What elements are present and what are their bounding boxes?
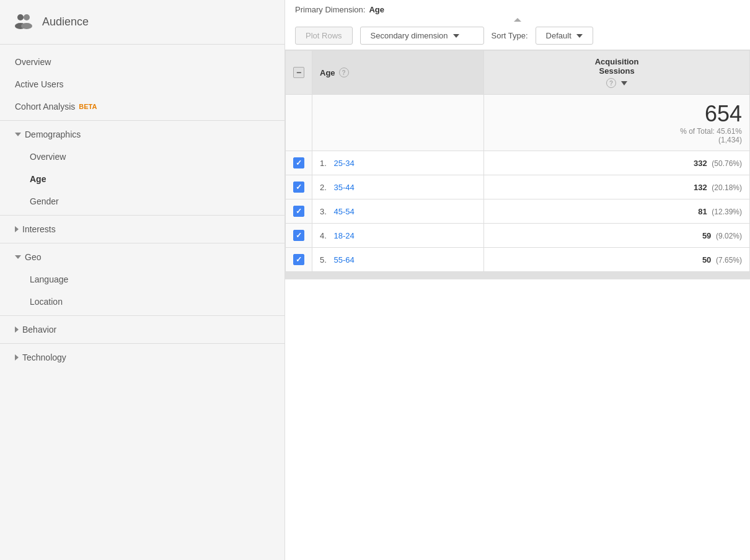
divider (0, 243, 285, 243)
pct-value: 45.61% (717, 127, 742, 136)
row4-age-cell: 4. 18-24 (312, 224, 484, 248)
minus-button[interactable]: − (293, 67, 304, 78)
checkbox-icon[interactable] (293, 182, 304, 193)
caret-up-icon (514, 18, 521, 22)
row-number: 3. (320, 207, 327, 216)
sidebar-item-label: Location (30, 297, 63, 307)
dropdown-arrow-icon (453, 34, 459, 38)
sidebar-item-active-users[interactable]: Active Users (0, 73, 285, 95)
row2-age-link[interactable]: 35-44 (333, 183, 354, 192)
svg-point-1 (24, 14, 30, 20)
age-help-icon[interactable]: ? (339, 68, 349, 77)
sessions-value: 132 (694, 183, 707, 192)
primary-dim-value: Age (369, 5, 384, 14)
chevron-right-icon (15, 326, 19, 333)
table-row: 5. 55-64 50 (7.65%) (286, 248, 750, 272)
sidebar-item-interests[interactable]: Interests (0, 218, 285, 240)
table-row: 1. 25-34 332 (50.76%) (286, 151, 750, 175)
age-header-label: Age (320, 68, 335, 77)
checkbox-icon[interactable] (293, 206, 304, 217)
row2-age-cell: 2. 35-44 (312, 175, 484, 199)
beta-badge: BETA (79, 103, 97, 110)
row5-age-link[interactable]: 55-64 (333, 255, 354, 265)
sidebar-item-cohort-analysis[interactable]: Cohort Analysis BETA (0, 95, 285, 118)
sessions-sort-row: ? (606, 78, 627, 88)
pct-of-total-label: % of Total: (680, 127, 715, 136)
table-header-acquisition: Acquisition Sessions ? (484, 51, 750, 95)
sidebar-item-age[interactable]: Age (0, 168, 285, 190)
row1-sessions-cell: 332 (50.76%) (484, 151, 750, 175)
table-row: 2. 35-44 132 (20.18%) (286, 175, 750, 199)
sort-type-label: Sort Type: (492, 31, 528, 40)
chevron-right-icon (15, 354, 19, 361)
summary-sessions-value: 654 (492, 101, 742, 127)
row1-age-link[interactable]: 25-34 (333, 159, 354, 168)
sidebar-item-label: Behavior (22, 325, 56, 335)
sidebar-item-label: Demographics (25, 129, 81, 139)
sessions-value: 81 (698, 207, 707, 216)
row3-age-link[interactable]: 45-54 (333, 207, 354, 216)
row2-checkbox[interactable] (286, 175, 312, 199)
sessions-value: 332 (694, 159, 707, 168)
checkbox-icon[interactable] (293, 157, 304, 168)
divider (0, 120, 285, 121)
horizontal-scrollbar[interactable] (285, 272, 750, 279)
sidebar-item-label: Overview (30, 152, 66, 162)
secondary-dimension-button[interactable]: Secondary dimension (360, 27, 484, 45)
sessions-pct: (7.65%) (716, 256, 742, 265)
sidebar-item-geo[interactable]: Geo (0, 246, 285, 268)
sidebar-item-technology[interactable]: Technology (0, 346, 285, 369)
sessions-pct: (50.76%) (712, 159, 742, 168)
sidebar-item-gender[interactable]: Gender (0, 190, 285, 212)
svg-point-3 (21, 23, 32, 29)
plot-rows-button[interactable]: Plot Rows (295, 27, 353, 45)
row-number: 1. (320, 159, 327, 168)
sidebar-item-behavior[interactable]: Behavior (0, 318, 285, 341)
primary-dimension-bar: Primary Dimension: Age (295, 5, 740, 18)
row2-sessions-cell: 132 (20.18%) (484, 175, 750, 199)
row5-checkbox[interactable] (286, 248, 312, 272)
row3-checkbox[interactable] (286, 199, 312, 224)
sessions-pct: (12.39%) (712, 208, 742, 216)
sessions-header: Sessions ? (492, 66, 742, 88)
table-row: 3. 45-54 81 (12.39%) (286, 199, 750, 224)
sidebar-item-label: Geo (25, 252, 41, 262)
sidebar-item-demographics[interactable]: Demographics (0, 123, 285, 146)
main-content: Primary Dimension: Age Plot Rows Seconda… (285, 0, 750, 560)
sidebar-item-label: Cohort Analysis (15, 102, 75, 112)
summary-checkbox-cell (286, 95, 312, 151)
sidebar-item-location[interactable]: Location (0, 291, 285, 313)
sidebar-item-demo-overview[interactable]: Overview (0, 146, 285, 168)
sort-arrow-icon (621, 81, 627, 85)
sidebar-item-label: Interests (22, 224, 56, 234)
toolbar: Plot Rows Secondary dimension Sort Type:… (295, 22, 740, 50)
sessions-help-icon[interactable]: ? (606, 78, 616, 88)
sidebar-title: Audience (42, 15, 89, 28)
sort-default-button[interactable]: Default (536, 27, 593, 45)
row-number: 5. (320, 255, 327, 265)
sidebar-item-label: Age (30, 174, 46, 184)
checkbox-icon[interactable] (293, 254, 304, 265)
sidebar-header: Audience (0, 0, 285, 45)
sidebar-item-label: Language (30, 274, 68, 284)
data-table: − Age ? Acquisition Sessions (285, 50, 750, 272)
svg-point-0 (17, 14, 24, 20)
divider (0, 215, 285, 216)
table-row: 4. 18-24 59 (9.02%) (286, 224, 750, 248)
sidebar-item-label: Overview (15, 57, 51, 67)
sidebar-item-label: Gender (30, 196, 59, 206)
summary-sessions-detail: % of Total: 45.61% (1,434) (492, 127, 742, 144)
checkbox-icon[interactable] (293, 230, 304, 241)
sidebar-nav: Overview Active Users Cohort Analysis BE… (0, 45, 285, 375)
row4-age-link[interactable]: 18-24 (333, 231, 354, 240)
sidebar-item-language[interactable]: Language (0, 268, 285, 291)
sidebar-item-overview[interactable]: Overview (0, 51, 285, 73)
secondary-dim-label: Secondary dimension (371, 31, 448, 40)
data-table-container: − Age ? Acquisition Sessions (285, 50, 750, 560)
row3-age-cell: 3. 45-54 (312, 199, 484, 224)
row1-age-cell: 1. 25-34 (312, 151, 484, 175)
primary-dim-label: Primary Dimension: (295, 5, 365, 14)
row4-checkbox[interactable] (286, 224, 312, 248)
row1-checkbox[interactable] (286, 151, 312, 175)
row5-age-cell: 5. 55-64 (312, 248, 484, 272)
